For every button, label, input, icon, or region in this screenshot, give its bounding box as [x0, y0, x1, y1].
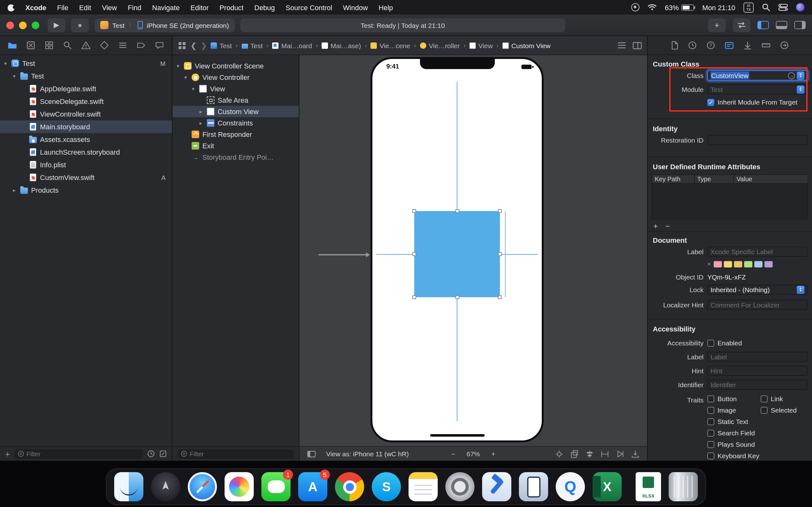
debug-area-toggle-button[interactable]: [776, 21, 787, 29]
outline-filter-field[interactable]: Filter: [177, 449, 294, 458]
quick-help-inspector-tab[interactable]: ?: [706, 41, 716, 50]
navigator-toggle-button[interactable]: [757, 21, 769, 29]
find-navigator-tab[interactable]: [63, 41, 72, 50]
apple-menu-icon[interactable]: [8, 3, 14, 11]
outline-row-safe-area[interactable]: Safe Area: [172, 95, 299, 106]
disclosure-open-icon[interactable]: ▾: [11, 73, 17, 79]
disclosure-closed-icon[interactable]: ▸: [198, 120, 204, 126]
color-swatch[interactable]: [754, 261, 763, 267]
control-center-icon[interactable]: [778, 4, 788, 11]
dock-photos-icon[interactable]: [224, 472, 254, 501]
disclosure-closed-icon[interactable]: ▸: [198, 109, 204, 114]
resize-handle-left[interactable]: [412, 252, 416, 256]
test-navigator-tab[interactable]: [100, 41, 109, 50]
align-icon[interactable]: [586, 450, 594, 458]
file-row[interactable]: CustomView.swift A: [0, 171, 172, 184]
dock-xlsx-document-icon[interactable]: XLSX: [636, 472, 661, 501]
menu-item-debug[interactable]: Debug: [254, 3, 275, 11]
dock-messages-icon[interactable]: 1: [261, 472, 291, 501]
symbol-navigator-tab[interactable]: [44, 41, 54, 50]
trait-button-row[interactable]: Button: [707, 395, 737, 402]
dock-quicktime-icon[interactable]: Q: [556, 472, 585, 501]
source-control-navigator-tab[interactable]: [26, 41, 36, 50]
remove-attribute-button[interactable]: −: [665, 222, 670, 231]
zoom-out-button[interactable]: −: [451, 450, 455, 458]
size-inspector-tab[interactable]: [761, 41, 771, 50]
back-button[interactable]: ❮: [190, 42, 197, 49]
zoom-level[interactable]: 67%: [467, 450, 480, 458]
dock-xcode-icon[interactable]: [482, 472, 511, 501]
resize-handle-top-left[interactable]: [412, 209, 416, 213]
menu-extra-icon[interactable]: [631, 3, 640, 11]
enabled-checkbox[interactable]: [707, 339, 714, 346]
scheme-selector[interactable]: Test 〉 iPhone SE (2nd generation): [95, 18, 235, 32]
file-row-products[interactable]: ▸ Products: [0, 184, 172, 196]
resize-handle-right[interactable]: [498, 252, 502, 256]
file-inspector-tab[interactable]: [670, 41, 679, 50]
menu-item-product[interactable]: Product: [219, 3, 244, 11]
trait-checkbox[interactable]: [707, 418, 714, 425]
document-label-field[interactable]: Xcode Specific Label: [707, 246, 808, 257]
jump-bar-item-custom-view[interactable]: Custom View: [502, 42, 550, 49]
color-swatch[interactable]: [724, 261, 732, 267]
menu-clock[interactable]: Mon 21:10: [702, 3, 735, 11]
related-items-icon[interactable]: [177, 41, 187, 50]
outline-row-view[interactable]: ▾ View: [172, 83, 299, 95]
dock-notes-icon[interactable]: [409, 472, 438, 501]
a11y-hint-field[interactable]: Hint: [707, 366, 808, 376]
outline-row-constraints[interactable]: ▸ Constraints: [172, 117, 299, 129]
dock-simulator-icon[interactable]: [519, 472, 548, 501]
localizer-hint-field[interactable]: Comment For Localizer: [707, 300, 808, 310]
trait-keyboard-key-row[interactable]: Keyboard Key: [707, 452, 759, 459]
a11y-label-field[interactable]: Label: [707, 352, 808, 362]
resize-handle-bottom-left[interactable]: [412, 295, 416, 299]
wifi-icon[interactable]: [648, 4, 657, 11]
trait-selected-row[interactable]: Selected: [761, 406, 797, 414]
menu-item-help[interactable]: Help: [379, 3, 393, 11]
file-row[interactable]: AppDelegate.swift: [0, 82, 172, 95]
update-frames-icon[interactable]: [631, 450, 640, 458]
navigator-filter-field[interactable]: Filter: [14, 449, 143, 458]
file-row[interactable]: SceneDelegate.swift: [0, 95, 172, 108]
connections-inspector-tab[interactable]: [780, 41, 789, 50]
jump-bar-item-view-controller[interactable]: Vie…roller: [420, 42, 460, 49]
view-as-label[interactable]: View as: iPhone 11 (wC hR): [326, 450, 409, 458]
project-navigator-tab[interactable]: [8, 41, 17, 50]
file-row[interactable]: ViewController.swift: [0, 108, 172, 120]
minimize-window-button[interactable]: [19, 21, 27, 29]
file-row-selected[interactable]: Main.storyboard: [0, 120, 172, 133]
trait-link-row[interactable]: Link: [761, 395, 783, 402]
runtime-attributes-table-body[interactable]: [652, 184, 808, 219]
viewfinder-icon[interactable]: [555, 450, 563, 458]
file-row[interactable]: Assets.xcassets: [0, 133, 172, 146]
input-source-icon[interactable]: VI TX: [744, 2, 754, 12]
breakpoint-navigator-tab[interactable]: [136, 41, 146, 50]
accessibility-enabled-row[interactable]: Enabled: [707, 339, 742, 347]
resolve-auto-layout-icon[interactable]: [616, 450, 624, 458]
trait-plays-sound-row[interactable]: Plays Sound: [707, 441, 755, 448]
resize-handle-bottom-right[interactable]: [498, 295, 502, 299]
trait-static-text-row[interactable]: Static Text: [707, 418, 748, 425]
outline-row-exit[interactable]: Exit: [172, 140, 299, 152]
source-control-filter-icon[interactable]: [159, 450, 167, 458]
zoom-in-button[interactable]: +: [491, 450, 495, 458]
dock-launchpad-icon[interactable]: [151, 472, 180, 501]
issue-navigator-tab[interactable]: [81, 41, 91, 50]
trait-checkbox[interactable]: [707, 429, 714, 436]
disclosure-closed-icon[interactable]: ▸: [11, 187, 17, 193]
jump-bar-item-scene[interactable]: Vie…cene: [371, 42, 410, 49]
dock-app-store-icon[interactable]: A 5: [298, 472, 327, 501]
trait-checkbox[interactable]: [761, 395, 768, 402]
jump-bar-item-storyboard[interactable]: Mai…oard: [272, 42, 312, 49]
restoration-id-field[interactable]: [707, 135, 808, 145]
dock-system-preferences-icon[interactable]: [445, 472, 474, 501]
code-review-button[interactable]: [733, 18, 751, 32]
color-swatch[interactable]: [734, 261, 742, 267]
trait-search-field-row[interactable]: Search Field: [707, 429, 755, 437]
close-window-button[interactable]: [6, 21, 14, 29]
color-swatch[interactable]: [764, 261, 773, 267]
disclosure-open-icon[interactable]: ▾: [175, 63, 181, 69]
resize-handle-top[interactable]: [455, 209, 459, 213]
dock-trash-icon[interactable]: [669, 472, 698, 501]
report-navigator-tab[interactable]: [155, 41, 164, 50]
